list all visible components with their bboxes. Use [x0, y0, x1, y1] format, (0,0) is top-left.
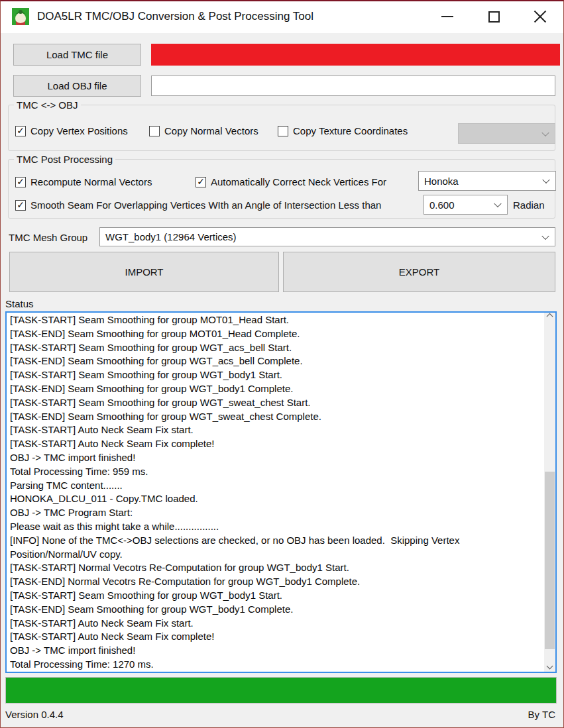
mesh-group-dropdown[interactable]: WGT_body1 (12964 Vertices) — [99, 227, 555, 246]
import-button[interactable]: IMPORT — [9, 252, 279, 292]
window-title: DOA5LR TMC/OBJ Conversion & Post Process… — [37, 0, 313, 33]
status-log-text: [TASK-START] Seam Smoothing for group MO… — [7, 313, 544, 672]
title-bar: DOA5LR TMC/OBJ Conversion & Post Process… — [0, 0, 564, 33]
mesh-group-label: TMC Mesh Group — [9, 232, 87, 243]
chevron-up-icon — [547, 313, 553, 320]
export-button[interactable]: EXPORT — [283, 252, 555, 292]
scrollbar-thumb[interactable] — [545, 472, 555, 649]
check-icon: ✓ — [17, 200, 25, 209]
checkbox-label: Automatically Correct Neck Vertices For — [211, 176, 386, 187]
chevron-down-icon — [494, 200, 501, 207]
checkbox-label: Copy Texture Coordinates — [293, 125, 408, 136]
credit-label: By TC — [528, 709, 555, 720]
post-processing-group-title: TMC Post Processing — [14, 154, 115, 165]
neck-character-value: Honoka — [424, 176, 459, 187]
mesh-group-value: WGT_body1 (12964 Vertices) — [105, 231, 237, 242]
smooth-angle-value: 0.600 — [429, 199, 455, 211]
progress-bar — [5, 677, 557, 703]
checkbox-copy-texture-coordinates[interactable]: ✓ Copy Texture Coordinates — [278, 125, 408, 136]
smooth-angle-dropdown[interactable]: 0.600 — [423, 195, 508, 215]
checkbox-box: ✓ — [278, 126, 288, 136]
scrollbar[interactable] — [544, 313, 555, 672]
neck-character-dropdown[interactable]: Honoka — [418, 171, 556, 191]
checkbox-box: ✓ — [15, 200, 26, 211]
smooth-angle-unit-label: Radian — [513, 199, 545, 211]
app-icon — [12, 8, 29, 25]
post-processing-groupbox: TMC Post Processing ✓ Recompute Normal V… — [8, 159, 555, 219]
scroll-down-button[interactable] — [544, 660, 555, 672]
checkbox-box: ✓ — [15, 177, 26, 187]
minimize-button[interactable] — [432, 7, 463, 26]
load-tmc-button[interactable]: Load TMC file — [13, 44, 141, 66]
checkbox-smooth-seam[interactable]: ✓ Smooth Seam For Overlapping Vertices W… — [15, 199, 381, 211]
status-label: Status — [5, 298, 34, 309]
version-label: Version 0.4.4 — [5, 709, 64, 720]
checkbox-box: ✓ — [149, 126, 160, 136]
close-icon — [534, 10, 547, 23]
checkbox-copy-vertex-positions[interactable]: ✓ Copy Vertex Positions — [15, 125, 128, 136]
checkbox-box: ✓ — [196, 177, 206, 187]
checkbox-label: Copy Normal Vectors — [164, 125, 258, 136]
maximize-icon — [488, 11, 500, 23]
checkbox-copy-normal-vectors[interactable]: ✓ Copy Normal Vectors — [149, 125, 258, 136]
tmc-obj-groupbox: TMC <-> OBJ ✓ Copy Vertex Positions ✓ Co… — [8, 105, 555, 151]
maximize-button[interactable] — [479, 7, 509, 26]
close-button[interactable] — [525, 7, 555, 26]
chevron-down-icon — [547, 663, 553, 670]
load-obj-button[interactable]: Load OBJ file — [13, 75, 141, 97]
tmc-file-field[interactable] — [151, 44, 560, 66]
checkbox-box: ✓ — [15, 126, 26, 136]
chevron-down-icon — [541, 129, 549, 136]
check-icon: ✓ — [197, 177, 205, 186]
check-icon: ✓ — [17, 126, 25, 135]
check-icon: ✓ — [17, 177, 25, 186]
tmc-obj-group-title: TMC <-> OBJ — [14, 99, 81, 111]
chevron-down-icon — [541, 232, 549, 239]
chevron-down-icon — [542, 176, 549, 183]
progress-bar-fill — [6, 678, 556, 703]
format-dropdown — [458, 123, 555, 144]
scroll-up-button[interactable] — [544, 313, 555, 324]
status-log-box[interactable]: [TASK-START] Seam Smoothing for group MO… — [5, 311, 557, 673]
obj-file-field[interactable] — [151, 76, 555, 96]
checkbox-label: Smooth Seam For Overlapping Vertices WIt… — [30, 199, 381, 211]
checkbox-label: Copy Vertex Positions — [30, 125, 128, 136]
checkbox-auto-neck-fix[interactable]: ✓ Automatically Correct Neck Vertices Fo… — [196, 176, 386, 187]
checkbox-label: Recompute Normal Vectors — [30, 176, 152, 187]
checkbox-recompute-normals[interactable]: ✓ Recompute Normal Vectors — [15, 176, 152, 187]
app-window: DOA5LR TMC/OBJ Conversion & Post Process… — [0, 0, 564, 728]
minimize-icon — [441, 16, 453, 17]
